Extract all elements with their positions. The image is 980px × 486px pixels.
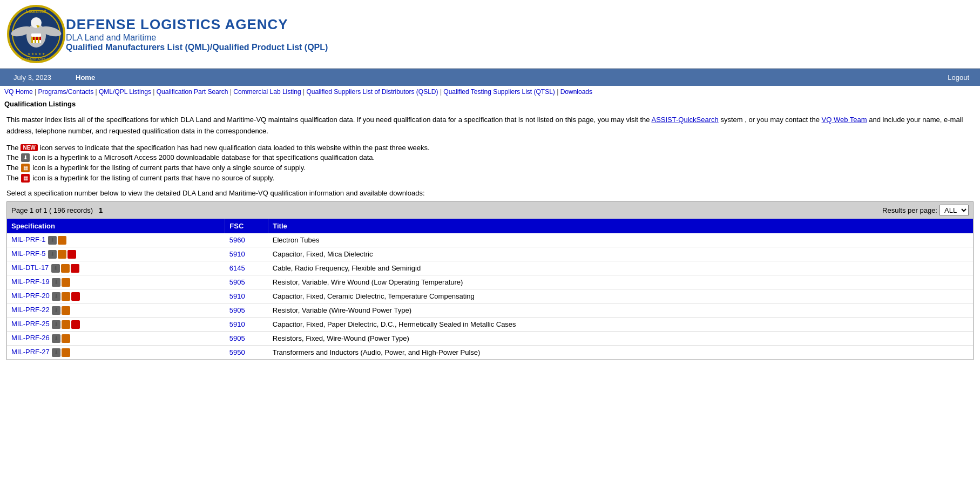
breadcrumb-commercial-lab[interactable]: Commercial Lab Listing [233, 88, 301, 96]
download-db-icon[interactable]: ⬇ [48, 236, 57, 245]
spec-cell: MIL-PRF-19 ⬇▦ [7, 275, 225, 289]
spec-link[interactable]: MIL-PRF-19 [11, 278, 50, 286]
spec-link[interactable]: MIL-PRF-20 [11, 292, 50, 300]
title-cell: Resistor, Variable, Wire Wound (Low Oper… [268, 275, 973, 289]
title-cell: Capacitor, Fixed, Ceramic Dielectric, Te… [268, 289, 973, 303]
results-per-page-select[interactable]: ALL 25 50 100 [940, 205, 969, 216]
spec-link[interactable]: MIL-PRF-27 [11, 348, 50, 356]
download-db-icon[interactable]: ⬇ [52, 320, 60, 329]
breadcrumb-downloads[interactable]: Downloads [560, 88, 592, 96]
single-source-icon[interactable]: ▦ [58, 250, 66, 259]
download-db-icon[interactable]: ⬇ [52, 334, 60, 343]
svg-text:LOGISTICS: LOGISTICS [26, 10, 46, 14]
col-fsc[interactable]: FSC [225, 219, 268, 233]
single-source-icon[interactable]: ▦ [62, 292, 70, 301]
intro-text-before: This master index lists all of the speci… [6, 116, 650, 124]
fsc-cell: 5910 [225, 247, 268, 261]
download-db-icon[interactable]: ⬇ [52, 292, 60, 301]
download-db-icon: ⬇ [21, 153, 30, 162]
dla-logo: ★ ★ ★ ★ ★ LOGISTICS DEFENSE AGENCY [6, 4, 66, 64]
nav-home-link[interactable]: Home [65, 73, 106, 82]
spec-link[interactable]: MIL-PRF-25 [11, 320, 50, 328]
spec-cell: MIL-DTL-17 ⬇▦▦ [7, 261, 225, 275]
fsc-link[interactable]: 5905 [229, 306, 245, 314]
spec-cell: MIL-PRF-1 ⬇▦ [7, 233, 225, 247]
table-row: MIL-PRF-22 ⬇▦5905Resistor, Variable (Wir… [7, 303, 973, 317]
fsc-link[interactable]: 5910 [229, 320, 245, 328]
fsc-link[interactable]: 5910 [229, 250, 245, 258]
download-db-icon[interactable]: ⬇ [52, 348, 60, 357]
col-title[interactable]: Title [268, 219, 973, 233]
the-label-ss: The [6, 164, 18, 172]
assist-quicksearch-link[interactable]: ASSIST-QuickSearch [651, 116, 718, 124]
no-source-icon[interactable]: ▦ [71, 264, 79, 273]
no-source-icon[interactable]: ▦ [71, 292, 80, 301]
spec-link[interactable]: MIL-PRF-26 [11, 334, 50, 342]
fsc-link[interactable]: 5960 [229, 236, 245, 244]
single-source-icon[interactable]: ▦ [62, 334, 70, 343]
table-row: MIL-PRF-20 ⬇▦▦5910Capacitor, Fixed, Cera… [7, 289, 973, 303]
spec-cell: MIL-PRF-5 ⬇▦▦ [7, 247, 225, 261]
page-title: Qualification Listings [0, 98, 980, 110]
vq-web-team-link[interactable]: VQ Web Team [822, 116, 867, 124]
icon-desc-new: The NEW icon serves to indicate that the… [6, 144, 974, 152]
icon-desc-db: The ⬇ icon is a hyperlink to a Microsoft… [6, 153, 974, 162]
table-container: Page 1 of 1 ( 196 records) 1 Results per… [6, 201, 974, 360]
main-content: This master index lists all of the speci… [0, 110, 980, 364]
single-source-icon[interactable]: ▦ [62, 306, 70, 315]
breadcrumb-qual-part-search[interactable]: Qualification Part Search [157, 88, 228, 96]
title-cell: Capacitor, Fixed, Paper Dielectric, D.C.… [268, 317, 973, 331]
fsc-link[interactable]: 5910 [229, 292, 245, 300]
svg-rect-14 [31, 37, 33, 43]
spec-link[interactable]: MIL-PRF-22 [11, 306, 50, 314]
svg-text:★ ★ ★ ★ ★: ★ ★ ★ ★ ★ [28, 52, 45, 56]
spec-cell: MIL-PRF-26 ⬇▦ [7, 331, 225, 345]
fsc-cell: 5910 [225, 289, 268, 303]
icon-desc-ss: The ▦ icon is a hyperlink for the listin… [6, 164, 974, 172]
breadcrumb-qsld[interactable]: Qualified Suppliers List of Distributors… [306, 88, 438, 96]
breadcrumb-qtsl[interactable]: Qualified Testing Suppliers List (QTSL) [443, 88, 555, 96]
spec-cell: MIL-PRF-22 ⬇▦ [7, 303, 225, 317]
fsc-link[interactable]: 5950 [229, 348, 245, 356]
breadcrumb-qml-listings[interactable]: QML/QPL Listings [99, 88, 151, 96]
fsc-link[interactable]: 6145 [229, 264, 245, 272]
fsc-link[interactable]: 5905 [229, 334, 245, 342]
download-db-icon[interactable]: ⬇ [48, 250, 57, 259]
spec-cell: MIL-PRF-27 ⬇▦ [7, 345, 225, 359]
download-db-icon[interactable]: ⬇ [51, 264, 60, 273]
the-label-db: The [6, 153, 18, 161]
download-db-icon[interactable]: ⬇ [52, 306, 60, 315]
fsc-cell: 5950 [225, 345, 268, 359]
svg-rect-15 [35, 37, 36, 43]
spec-link[interactable]: MIL-DTL-17 [11, 264, 49, 272]
single-source-icon[interactable]: ▦ [62, 320, 70, 329]
the-label-new: The [6, 144, 18, 152]
no-source-icon[interactable]: ▦ [67, 250, 76, 259]
single-source-icon[interactable]: ▦ [62, 278, 70, 287]
no-source-icon[interactable]: ▦ [71, 320, 80, 329]
svg-rect-16 [38, 37, 39, 43]
icon-desc-ss-text: icon is a hyperlink for the listing of c… [32, 164, 306, 172]
download-db-icon[interactable]: ⬇ [52, 278, 60, 287]
title-cell: Capacitor, Fixed, Mica Dielectric [268, 247, 973, 261]
results-per-page-label: Results per page: [882, 206, 937, 214]
icon-desc-ns: The ▦ icon is a hyperlink for the listin… [6, 174, 974, 183]
results-per-page: Results per page: ALL 25 50 100 [882, 205, 969, 216]
spec-link[interactable]: MIL-PRF-5 [11, 249, 46, 258]
single-source-icon[interactable]: ▦ [62, 348, 70, 357]
single-source-icon[interactable]: ▦ [61, 264, 70, 273]
breadcrumb-programs[interactable]: Programs/Contacts [38, 88, 93, 96]
title-cell: Cable, Radio Frequency, Flexible and Sem… [268, 261, 973, 275]
agency-title: DEFENSE LOGISTICS AGENCY [66, 16, 328, 33]
col-specification[interactable]: Specification [7, 219, 225, 233]
fsc-cell: 5905 [225, 303, 268, 317]
title-cell: Resistor, Variable (Wire-Wound Power Typ… [268, 303, 973, 317]
fsc-link[interactable]: 5905 [229, 278, 245, 286]
table-header-row: Specification FSC Title [7, 219, 973, 233]
table-row: MIL-PRF-19 ⬇▦5905Resistor, Variable, Wir… [7, 275, 973, 289]
single-source-icon: ▦ [21, 164, 30, 172]
breadcrumb-vq-home[interactable]: VQ Home [4, 88, 33, 96]
spec-link[interactable]: MIL-PRF-1 [11, 235, 46, 244]
nav-logout-link[interactable]: Logout [937, 73, 980, 82]
single-source-icon[interactable]: ▦ [58, 236, 66, 245]
